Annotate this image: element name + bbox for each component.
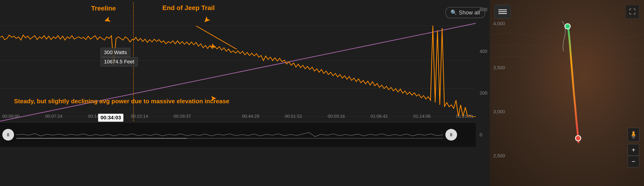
fullscreen-icon: ⛶ — [629, 8, 636, 16]
svg-line-4 — [0, 23, 476, 121]
current-time-value: 00:34:03 — [100, 115, 121, 120]
hamburger-line-1 — [498, 9, 507, 10]
timeline-waveform — [16, 128, 443, 142]
feet-tooltip: 10674.5 Feet — [100, 57, 138, 66]
timeline-track[interactable] — [16, 138, 443, 139]
map-zoom-minus-button[interactable]: − — [628, 156, 639, 167]
steady-power-arrow: ➤ — [210, 94, 216, 102]
watts-value: 300 Watts — [104, 49, 127, 55]
hamburger-line-3 — [498, 13, 507, 14]
timeline[interactable]: ⏸ ⏸ — [0, 122, 476, 147]
timeline-play-button[interactable]: ⏸ — [2, 129, 14, 141]
pause-icon: ⏸ — [6, 132, 10, 138]
map-menu-button[interactable] — [494, 5, 511, 19]
chart-svg — [0, 2, 476, 140]
y-label-200: 200 — [480, 91, 488, 96]
map-pegman-button[interactable]: 🧍 — [628, 128, 639, 142]
feet-value: 10674.5 Feet — [104, 59, 134, 65]
route-start-dot — [564, 23, 571, 29]
x-label-6: 00:44:29 — [242, 114, 260, 119]
x-label-7: 00:51:52 — [285, 114, 302, 119]
x-label-3: 00:22:14 — [131, 114, 148, 119]
y-axis-labels: 600 400 200 0 — [480, 7, 488, 138]
steady-power-label: Steady, but slightly declining avg power… — [14, 98, 229, 105]
chart-container: 600 400 200 0 Treeline ➤ End of Jeep Tra… — [0, 2, 490, 147]
pegman-icon: 🧍 — [629, 130, 638, 139]
x-label-0: 00:00:00 — [2, 114, 20, 119]
current-time-label: 00:34:03 — [98, 114, 124, 122]
x-axis: 00:00:00 00:07:24 00:14:51 00:22:14 00:2… — [0, 114, 476, 119]
x-label-1: 00:07:24 — [45, 114, 62, 119]
zoom-minus-label: − — [632, 158, 635, 165]
map-zoom-plus-button[interactable]: + — [628, 144, 639, 156]
chart-area: 600 400 200 0 Treeline ➤ End of Jeep Tra… — [0, 0, 490, 186]
steady-power-annotation: Steady, but slightly declining avg power… — [14, 98, 229, 105]
map-elevation-labels: 4,000 3,500 3,000 2,500 — [493, 21, 505, 159]
y-label-400: 400 — [480, 49, 488, 54]
watts-tooltip: 300 Watts — [100, 48, 130, 57]
x-label-4: 00:29:37 — [174, 114, 191, 119]
pause-icon-right: ⏸ — [449, 132, 454, 138]
elev-label-3500: 3,500 — [493, 65, 505, 70]
timeline-pause-button-right[interactable]: ⏸ — [446, 129, 457, 141]
elev-label-3000: 3,000 — [493, 109, 505, 114]
timeline-progress — [16, 138, 187, 139]
map-fullscreen-button[interactable]: ⛶ — [625, 5, 639, 19]
map-area: ⛶ 4,000 3,500 3,000 2,500 🧍 + − — [490, 0, 644, 186]
y-label-0: 0 — [480, 132, 488, 138]
elev-label-4000: 4,000 — [493, 21, 505, 26]
elev-label-2500: 2,500 — [493, 153, 505, 159]
x-label-11: 01:21:31 — [456, 114, 474, 119]
x-label-8: 00:59:16 — [328, 114, 345, 119]
x-label-9: 01:06:42 — [370, 114, 388, 119]
hamburger-line-2 — [498, 11, 507, 12]
zoom-plus-label: + — [632, 146, 635, 154]
x-label-10: 01:14:06 — [413, 114, 431, 119]
route-end-dot — [575, 135, 581, 141]
